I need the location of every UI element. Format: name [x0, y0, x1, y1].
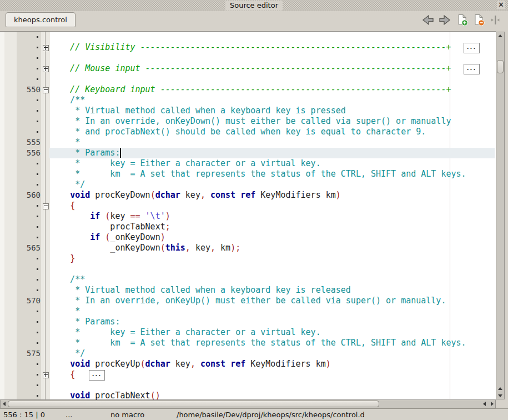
code-line[interactable]: if (key == '\t'): [50, 211, 170, 222]
source-editor-window: Source editor ✕ kheops.control: [0, 0, 508, 420]
horizontal-scrollbar[interactable]: [0, 399, 496, 408]
code-line[interactable]: procTabNext;: [50, 222, 170, 232]
file-path: /home/basile/Dev/dproj/kheops/src/kheops…: [177, 410, 365, 420]
fold-toggle-plus[interactable]: [43, 66, 49, 72]
code-line[interactable]: */: [50, 179, 85, 190]
code-token: /**: [50, 95, 85, 105]
code-line[interactable]: void procKeyDown(dchar key, const ref Ke…: [50, 190, 341, 201]
code-token: dchar: [145, 359, 170, 369]
line-dot: [37, 184, 38, 186]
code-line[interactable]: * In an override, onKeyUp() must either …: [50, 296, 446, 306]
editor-change-margin: [4, 32, 17, 400]
scroll-down-stepper[interactable]: [496, 392, 504, 399]
code-token: ): [336, 190, 341, 200]
code-line[interactable]: * km = A set that represents the status …: [50, 169, 466, 179]
code-line[interactable]: *: [50, 306, 80, 317]
line-dot: [37, 289, 38, 291]
code-line[interactable]: */: [50, 348, 85, 359]
tab-kheops-control[interactable]: kheops.control: [6, 12, 76, 27]
line-number[interactable]: 555: [17, 137, 41, 148]
line-number[interactable]: 575: [17, 348, 41, 359]
code-token: * In an override, onKeyUp() must either …: [50, 296, 446, 306]
code-token: * km = A set that represents the status …: [50, 169, 466, 179]
code-token: '\t': [145, 211, 165, 221]
code-token: * Virtual method called when a keyboard …: [50, 285, 351, 295]
line-number[interactable]: 570: [17, 296, 41, 306]
horizontal-scroll-thumb[interactable]: [8, 401, 379, 407]
code-token: void: [70, 391, 90, 400]
code-line[interactable]: {: [50, 369, 75, 380]
code-token: );: [230, 243, 240, 253]
code-line[interactable]: * Virtual method called when a keyboard …: [50, 106, 346, 116]
code-token: ref: [240, 190, 255, 200]
line-dot: [37, 205, 38, 207]
code-token: {: [70, 369, 75, 379]
line-dot: [37, 342, 38, 344]
code-token: [50, 190, 70, 200]
comment-separator: // Mouse input -------------------------…: [50, 63, 451, 73]
line-dot: [37, 78, 38, 80]
line-number[interactable]: 550: [17, 84, 41, 95]
code-token: {: [70, 201, 75, 211]
line-number[interactable]: 556: [17, 148, 41, 158]
code-line[interactable]: // Visibility --------------------------…: [50, 42, 451, 53]
fold-toggle-minus[interactable]: [43, 87, 49, 93]
scroll-left-stepper-2[interactable]: [480, 400, 488, 408]
code-line[interactable]: void procKeyUp(dchar key, const ref KeyM…: [50, 359, 331, 369]
code-token: * km = A set that represents the status …: [50, 338, 466, 348]
line-number[interactable]: 565: [17, 243, 41, 253]
scroll-left-stepper[interactable]: [0, 400, 8, 408]
fold-toggle-plus[interactable]: [43, 372, 49, 378]
tab-label: kheops.control: [14, 16, 67, 24]
new-document-button[interactable]: [456, 13, 470, 27]
line-number[interactable]: 560: [17, 190, 41, 201]
code-line[interactable]: * key = Either a character or a virtual …: [50, 158, 321, 169]
vertical-scroll-thumb[interactable]: [497, 60, 504, 73]
detach-editor-button[interactable]: [489, 13, 502, 27]
line-dot: [37, 237, 38, 238]
code-token: ,: [185, 243, 190, 253]
collapsed-fold-ellipsis[interactable]: ...: [464, 43, 480, 53]
go-forward-button[interactable]: [438, 13, 451, 27]
code-token: ): [160, 232, 165, 242]
scroll-up-stepper-2[interactable]: [496, 384, 504, 392]
code-token: if: [90, 232, 100, 242]
code-line[interactable]: /**: [50, 95, 85, 106]
close-document-button[interactable]: [473, 13, 486, 27]
code-line[interactable]: // Mouse input -------------------------…: [50, 63, 451, 74]
code-token: [50, 359, 70, 369]
collapsed-fold-ellipsis[interactable]: ...: [89, 370, 105, 381]
code-line[interactable]: /**: [50, 274, 85, 285]
text-caret: [120, 148, 121, 158]
go-back-button[interactable]: [421, 13, 435, 27]
scroll-right-stepper[interactable]: [488, 400, 496, 408]
code-line[interactable]: {: [50, 201, 75, 211]
fold-toggle-minus[interactable]: [43, 203, 49, 209]
scroll-up-stepper[interactable]: [496, 32, 504, 39]
code-line[interactable]: // Keyboard input ----------------------…: [50, 84, 451, 95]
code-line[interactable]: * Params:: [50, 317, 120, 327]
vertical-scrollbar[interactable]: [496, 32, 505, 399]
line-dot: [37, 395, 38, 397]
code-line[interactable]: * Params:: [50, 148, 120, 158]
code-line[interactable]: * and procTabNext() should be called whe…: [50, 127, 426, 137]
close-icon[interactable]: ✕: [497, 1, 505, 9]
code-line[interactable]: }: [50, 253, 75, 264]
code-line[interactable]: if (_onKeyDown): [50, 232, 165, 243]
code-token: [235, 190, 240, 200]
code-token: km: [215, 243, 230, 253]
code-token: * key = Either a character or a virtual …: [50, 158, 321, 168]
code-line[interactable]: void procTabNext(): [50, 391, 160, 400]
line-dot: [37, 384, 38, 386]
code-line[interactable]: * km = A set that represents the status …: [50, 338, 466, 348]
code-line[interactable]: _onKeyDown(this, key, km);: [50, 243, 240, 253]
code-line[interactable]: * Virtual method called when a keyboard …: [50, 285, 351, 296]
code-line[interactable]: * In an override, onKeyDown() must eithe…: [50, 116, 451, 127]
line-dot: [37, 110, 38, 112]
code-editor[interactable]: // Visibility --------------------------…: [0, 31, 496, 400]
code-line[interactable]: *: [50, 137, 80, 148]
editor-left-margin: [0, 32, 4, 400]
code-line[interactable]: * key = Either a character or a virtual …: [50, 327, 321, 338]
collapsed-fold-ellipsis[interactable]: ...: [464, 64, 480, 74]
fold-toggle-plus[interactable]: [43, 45, 49, 51]
